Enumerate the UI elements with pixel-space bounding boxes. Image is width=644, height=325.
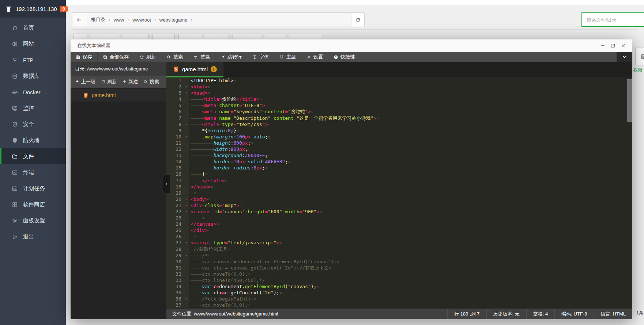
sidebar-item-site[interactable]: 网站 xyxy=(0,36,66,52)
sidebar-item-ftp[interactable]: FTP xyxy=(0,52,66,68)
status-cell[interactable]: 语言: HTML xyxy=(594,309,632,319)
fold-arrow[interactable]: ▾ xyxy=(183,296,189,302)
fold-arrow[interactable]: ▾ xyxy=(183,84,189,90)
code-line[interactable]: 26·¤ xyxy=(166,233,632,240)
code-line[interactable]: 1<!DOCTYPE·html>¤ xyxy=(166,77,632,84)
fold-arrow[interactable]: ▾ xyxy=(183,196,189,202)
code-line[interactable]: 12————————width:900px;¤ xyxy=(166,146,632,152)
recycle-bin-button[interactable] xyxy=(635,47,644,65)
sidebar-item-security[interactable]: 安全 xyxy=(0,116,66,132)
sidebar-item-gear[interactable]: 面板设置 xyxy=(0,213,66,229)
code-line[interactable]: 32————ctx.moveTo(0,0);¤ xyxy=(166,271,632,277)
maximize-icon[interactable] xyxy=(610,43,615,48)
toolbar-replace-button[interactable]: 替换 xyxy=(188,52,215,62)
code-line[interactable]: 20▾<body>¤ xyxy=(166,196,632,202)
status-cell[interactable]: 历史版本: 无 xyxy=(486,309,526,319)
code-line[interactable]: 15————————border-radius:8px;¤ xyxy=(166,165,632,171)
code-line[interactable]: 29▾————/*¤ xyxy=(166,252,632,259)
breadcrumb-segment[interactable]: websitegame xyxy=(158,17,189,23)
fold-arrow[interactable]: ▾ xyxy=(183,202,189,209)
tree-file-item[interactable]: 5game.html xyxy=(71,89,166,102)
code-line[interactable]: 24</canvas>¤ xyxy=(166,221,632,227)
toolbar-goto-button[interactable]: 跳转行 xyxy=(215,52,247,62)
code-line[interactable]: 2▾<html>¤ xyxy=(166,84,632,90)
tab-game-html[interactable]: 5 game.html ! xyxy=(166,62,223,77)
unsaved-warning-icon[interactable]: ! xyxy=(211,66,217,72)
status-cell[interactable]: 行 189 ,列 7 xyxy=(447,309,486,319)
code-line[interactable]: 37····ctx.moveTo(0,0);¤ xyxy=(166,302,632,308)
toolbar-theme-button[interactable]: 主题 xyxy=(274,52,301,62)
code-line[interactable]: 5————<meta·charset="UTF-8">¤ xyxy=(166,102,632,108)
status-cell[interactable]: 空格: 4 xyxy=(526,309,554,319)
back-button[interactable] xyxy=(72,13,86,27)
toolbar-gear-button[interactable]: 设置 xyxy=(301,52,328,62)
code-line[interactable]: 3▾<head>¤ xyxy=(166,90,632,96)
breadcrumb-segment[interactable]: www xyxy=(113,17,125,23)
sidebar-item-terminal[interactable]: 终端 xyxy=(0,164,66,180)
code-line[interactable]: 31————var·ctx·=·canvas.getContext("2d");… xyxy=(166,265,632,271)
editor-scrollbar[interactable] xyxy=(627,79,632,122)
tree-refresh-button[interactable]: 刷新 xyxy=(101,79,117,85)
toolbar-font-button[interactable]: 字体 xyxy=(247,52,274,62)
minimize-icon[interactable] xyxy=(600,43,605,48)
fold-arrow[interactable]: ▾ xyxy=(183,90,189,96)
collapse-tree-handle[interactable] xyxy=(163,175,170,193)
code-line[interactable]: 25</div>¤ xyxy=(166,227,632,233)
code-line[interactable]: 23————¤ xyxy=(166,215,632,221)
close-icon[interactable] xyxy=(621,43,626,48)
code-editor[interactable]: 1<!DOCTYPE·html>¤2▾<html>¤3▾<head>¤4————… xyxy=(166,77,632,309)
fold-arrow[interactable]: ▾ xyxy=(183,252,189,259)
breadcrumb-segment[interactable]: 根目录 xyxy=(90,16,106,23)
fold-arrow[interactable]: ▾ xyxy=(183,121,189,127)
message-count-badge[interactable]: 0 xyxy=(60,6,68,12)
fold-arrow[interactable]: ▾ xyxy=(183,209,189,215)
code-line[interactable]: 13————————background:#00D0FF;¤ xyxy=(166,152,632,158)
code-line[interactable]: 17————</style>¤ xyxy=(166,177,632,184)
code-line[interactable]: 18</head>¤ xyxy=(166,184,632,190)
code-line[interactable]: 8▾————<style·type="text/css">¤ xyxy=(166,121,632,127)
sidebar-item-cron[interactable]: 计划任务 xyxy=(0,180,66,196)
status-cell[interactable]: 编码: UTF-8 xyxy=(554,309,594,319)
toolbar-search-button[interactable]: 搜索 xyxy=(161,52,188,62)
file-search-input[interactable] xyxy=(582,13,644,26)
breadcrumb-segment[interactable]: wwwroot xyxy=(131,17,152,23)
code-line[interactable]: 33————ctx.lineTo(450,450);*/¤ xyxy=(166,277,632,283)
sidebar-item-files[interactable]: 文件 xyxy=(0,148,66,164)
toolbar-refresh-button[interactable]: 刷新 xyxy=(134,52,161,62)
sidebar-item-home[interactable]: 首页 xyxy=(0,20,66,36)
tree-up-button[interactable]: 上一级 xyxy=(75,79,95,85)
sidebar-item-docker[interactable]: Docker xyxy=(0,84,66,100)
code-line[interactable]: 10▾————.map{margin:100px·auto;¤ xyxy=(166,134,632,140)
code-line[interactable]: 28·//获取绘制工具¤ xyxy=(166,246,632,252)
code-line[interactable]: 11————————height:600px;¤ xyxy=(166,140,632,146)
code-line[interactable]: 9————*{margin:0;}¤ xyxy=(166,127,632,134)
refresh-path-button[interactable] xyxy=(351,13,364,27)
chevron-down-icon[interactable] xyxy=(617,52,632,62)
sidebar-item-monitor[interactable]: 监控 xyxy=(0,100,66,116)
toolbar-help-button[interactable]: ?快捷键 xyxy=(328,52,360,62)
code-line[interactable]: 30————var·canvas·=·document.getElementBy… xyxy=(166,259,632,265)
code-line[interactable]: 22▾<canvas·id="canvas"·height="600"·widt… xyxy=(166,209,632,215)
fold-arrow[interactable]: ▾ xyxy=(183,240,189,246)
sidebar-item-appstore[interactable]: 软件商店 xyxy=(0,196,66,213)
code-line[interactable]: 35····var·ctx=c.getContext("2d");¤ xyxy=(166,290,632,296)
sidebar-item-logout[interactable]: 退出 xyxy=(0,229,66,245)
toolbar-saveall-button[interactable]: 全部保存 xyxy=(98,52,134,62)
code-line[interactable]: 36▾····/*ctx.beginPath();¤ xyxy=(166,296,632,302)
sidebar-item-firewall[interactable]: 防火墙 xyxy=(0,132,66,148)
toolbar-save-button[interactable]: 保存 xyxy=(71,52,98,62)
code-line[interactable]: 34————var·c=document.getElementById("can… xyxy=(166,283,632,290)
code-line[interactable]: 6————<meta·name="keywords"·content="贪吃蛇"… xyxy=(166,108,632,115)
panel-logo[interactable]: 192.168.191.130 0 xyxy=(0,0,66,18)
code-line[interactable]: 7————<meta·name="Description"·content="这… xyxy=(166,115,632,121)
tree-plus-button[interactable]: 新建 xyxy=(122,79,138,85)
code-line[interactable]: 19·¤ xyxy=(166,190,632,196)
code-line[interactable]: 21▾<div·class="map">¤ xyxy=(166,202,632,209)
sidebar-item-database[interactable]: 数据库 xyxy=(0,68,66,84)
code-line[interactable]: 14————————border:10px·solid·#AFAEB2;¤ xyxy=(166,158,632,165)
fold-arrow[interactable]: ▾ xyxy=(183,134,189,140)
code-line[interactable]: 27▾<script·type="text/javascript">¤ xyxy=(166,240,632,246)
code-line[interactable]: 4————<title>贪吃蛇</title>¤ xyxy=(166,96,632,102)
tree-search-button[interactable]: 搜索 xyxy=(143,79,159,85)
code-line[interactable]: 16————}¤ xyxy=(166,171,632,177)
